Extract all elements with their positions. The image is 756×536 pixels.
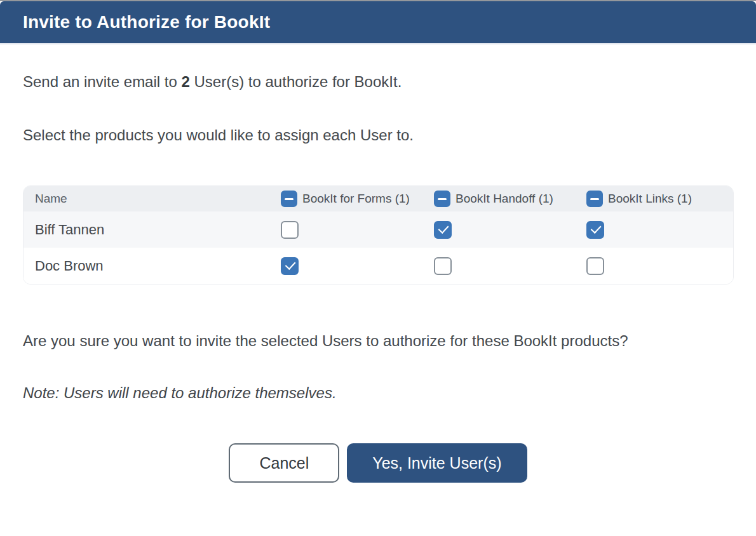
name-column-header: Name bbox=[24, 192, 281, 206]
forms-checkbox[interactable] bbox=[281, 257, 299, 275]
product-column-header-handoff: BookIt Handoff (1) bbox=[434, 191, 586, 207]
user-name: Biff Tannen bbox=[24, 222, 281, 238]
product-column-label: BookIt Handoff (1) bbox=[456, 192, 553, 206]
modal-body: Send an invite email to 2 User(s) to aut… bbox=[0, 71, 756, 483]
invite-summary-text: Send an invite email to 2 User(s) to aut… bbox=[23, 71, 733, 92]
table-row: Biff Tannen bbox=[24, 211, 733, 248]
product-column-label: BookIt Links (1) bbox=[608, 192, 692, 206]
modal-header: Invite to Authorize for BookIt bbox=[0, 1, 756, 43]
select-all-handoff-checkbox[interactable] bbox=[434, 191, 450, 207]
header-divider bbox=[0, 43, 756, 44]
links-checkbox[interactable] bbox=[586, 257, 604, 275]
forms-checkbox[interactable] bbox=[281, 221, 299, 239]
select-all-links-checkbox[interactable] bbox=[586, 191, 603, 207]
product-column-label: BookIt for Forms (1) bbox=[302, 192, 410, 206]
links-checkbox[interactable] bbox=[586, 221, 604, 239]
user-name: Doc Brown bbox=[24, 258, 281, 274]
button-row: Cancel Yes, Invite User(s) bbox=[23, 443, 733, 483]
select-products-text: Select the products you would like to as… bbox=[23, 124, 733, 145]
table-row: Doc Brown bbox=[24, 248, 733, 284]
product-column-header-links: BookIt Links (1) bbox=[586, 191, 733, 207]
confirm-question-text: Are you sure you want to invite the sele… bbox=[23, 328, 709, 354]
invite-summary-suffix: User(s) to authorize for BookIt. bbox=[190, 73, 402, 90]
handoff-checkbox[interactable] bbox=[434, 257, 452, 275]
select-all-forms-checkbox[interactable] bbox=[281, 191, 297, 207]
cancel-button[interactable]: Cancel bbox=[229, 443, 339, 483]
users-table: Name BookIt for Forms (1) BookIt Handoff… bbox=[23, 185, 734, 285]
product-column-header-forms: BookIt for Forms (1) bbox=[281, 191, 434, 207]
confirm-invite-button[interactable]: Yes, Invite User(s) bbox=[347, 443, 527, 483]
handoff-checkbox[interactable] bbox=[434, 221, 452, 239]
note-text: Note: Users will need to authorize thems… bbox=[23, 382, 733, 403]
modal-title: Invite to Authorize for BookIt bbox=[23, 12, 270, 32]
table-header-row: Name BookIt for Forms (1) BookIt Handoff… bbox=[24, 186, 733, 211]
user-count: 2 bbox=[181, 73, 189, 90]
invite-summary-prefix: Send an invite email to bbox=[23, 73, 181, 90]
